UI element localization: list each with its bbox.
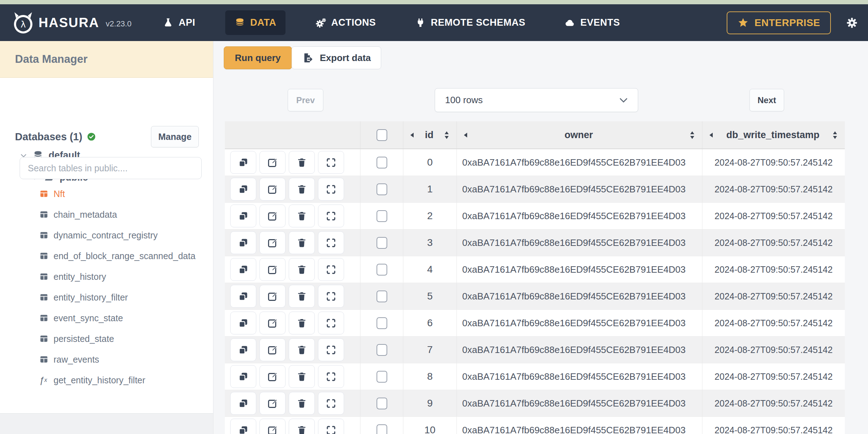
expand-row-button[interactable] <box>318 151 344 174</box>
nav-item-events[interactable]: EVENTS <box>555 10 629 35</box>
cell-id: 5 <box>403 283 456 309</box>
edit-row-button[interactable] <box>259 151 286 174</box>
sidebar-table-item[interactable]: ƒx entity_history <box>39 266 213 287</box>
freeze-column-icon[interactable] <box>709 132 713 138</box>
clone-row-button[interactable] <box>230 392 256 415</box>
edit-row-button[interactable] <box>259 338 286 361</box>
clone-row-button[interactable] <box>230 151 256 174</box>
clone-row-button[interactable] <box>230 285 256 308</box>
nav-item-remote-schemas[interactable]: REMOTE SCHEMAS <box>406 10 535 35</box>
chevron-down-icon <box>619 97 628 103</box>
row-checkbox[interactable] <box>377 424 387 434</box>
nav-item-data[interactable]: DATA <box>225 10 286 35</box>
cell-db-write-timestamp: 2024-08-27T09:50:57.245142 <box>702 310 845 336</box>
row-checkbox[interactable] <box>377 398 387 409</box>
delete-row-button[interactable] <box>289 338 315 361</box>
sidebar-table-item[interactable]: ƒx raw_events <box>39 349 213 370</box>
nav-item-api[interactable]: API <box>153 10 205 35</box>
prev-page-button[interactable]: Prev <box>288 89 323 111</box>
delete-row-button[interactable] <box>289 231 315 254</box>
row-checkbox[interactable] <box>377 237 387 249</box>
row-checkbox[interactable] <box>377 317 387 329</box>
rows-table: id owner db_write_timestamp <box>225 121 845 434</box>
freeze-column-icon[interactable] <box>410 132 414 138</box>
sidebar-table-item[interactable]: ƒx get_entity_history_filter <box>39 370 213 390</box>
clone-row-button[interactable] <box>230 231 256 254</box>
clone-row-button[interactable] <box>230 205 256 227</box>
expand-row-button[interactable] <box>318 178 344 201</box>
edit-row-button[interactable] <box>259 231 286 254</box>
delete-row-button[interactable] <box>289 285 315 308</box>
sidebar-table-item[interactable]: ƒx Nft <box>39 183 213 204</box>
table-row: 10 0xaBA7161A7fb69c88e16ED9f455CE62B791E… <box>225 417 845 434</box>
edit-row-button[interactable] <box>259 365 286 388</box>
expand-row-button[interactable] <box>318 338 344 361</box>
row-checkbox[interactable] <box>377 371 387 383</box>
enterprise-button[interactable]: ENTERPRISE <box>727 11 831 34</box>
expand-row-button[interactable] <box>318 365 344 388</box>
row-checkbox[interactable] <box>377 157 387 168</box>
column-header-owner[interactable]: owner <box>456 121 702 148</box>
rows-per-page-select[interactable]: 100 rows <box>435 88 638 112</box>
expand-row-button[interactable] <box>318 205 344 227</box>
row-checkbox[interactable] <box>377 344 387 356</box>
row-checkbox[interactable] <box>377 291 387 302</box>
cell-owner: 0xaBA7161A7fb69c88e16ED9f455CE62B791EE4D… <box>456 390 702 417</box>
search-tables-input[interactable] <box>20 157 202 179</box>
edit-row-button[interactable] <box>259 312 286 334</box>
edit-row-button[interactable] <box>259 258 286 281</box>
column-header-id[interactable]: id <box>403 121 456 148</box>
delete-row-button[interactable] <box>289 151 315 174</box>
row-checkbox[interactable] <box>377 264 387 276</box>
freeze-column-icon[interactable] <box>463 132 468 138</box>
clone-row-button[interactable] <box>230 312 256 334</box>
expand-row-button[interactable] <box>318 285 344 308</box>
next-page-button[interactable]: Next <box>750 89 784 111</box>
clone-row-button[interactable] <box>230 419 256 434</box>
sort-icon[interactable] <box>444 131 450 140</box>
row-checkbox[interactable] <box>377 210 387 222</box>
expand-row-button[interactable] <box>318 392 344 415</box>
sidebar-table-item[interactable]: ƒx dynamic_contract_registry <box>39 225 213 246</box>
row-actions-cell <box>225 310 360 336</box>
sidebar-table-item[interactable]: ƒx chain_metadata <box>39 204 213 225</box>
export-data-button[interactable]: Export data <box>292 46 381 69</box>
clone-row-button[interactable] <box>230 178 256 201</box>
edit-row-button[interactable] <box>259 178 286 201</box>
delete-row-button[interactable] <box>289 258 315 281</box>
select-all-checkbox[interactable] <box>377 129 387 141</box>
sidebar-table-item[interactable]: ƒx end_of_block_range_scanned_data <box>39 246 213 266</box>
sort-icon[interactable] <box>832 131 838 140</box>
column-label: owner <box>468 130 690 141</box>
gear-icon[interactable] <box>846 17 858 29</box>
delete-row-button[interactable] <box>289 392 315 415</box>
row-checkbox[interactable] <box>377 183 387 195</box>
brand[interactable]: λ HASURA v2.23.0 <box>12 12 131 34</box>
column-header-db-write-timestamp[interactable]: db_write_timestamp <box>702 121 845 148</box>
sidebar-table-item[interactable]: ƒx persisted_state <box>39 328 213 349</box>
expand-row-button[interactable] <box>318 312 344 334</box>
delete-row-button[interactable] <box>289 205 315 227</box>
plug-icon <box>415 17 426 28</box>
delete-row-button[interactable] <box>289 312 315 334</box>
edit-row-button[interactable] <box>259 285 286 308</box>
expand-row-button[interactable] <box>318 231 344 254</box>
sidebar-table-item[interactable]: ƒx event_sync_state <box>39 308 213 328</box>
nav-item-actions[interactable]: ACTIONS <box>306 10 385 35</box>
delete-row-button[interactable] <box>289 419 315 434</box>
edit-row-button[interactable] <box>259 205 286 227</box>
clone-row-button[interactable] <box>230 365 256 388</box>
delete-row-button[interactable] <box>289 178 315 201</box>
expand-row-button[interactable] <box>318 258 344 281</box>
edit-row-button[interactable] <box>259 419 286 434</box>
manage-button[interactable]: Manage <box>151 126 199 147</box>
table-row: 0 0xaBA7161A7fb69c88e16ED9f455CE62B791EE… <box>225 149 845 176</box>
delete-row-button[interactable] <box>289 365 315 388</box>
sidebar-table-item[interactable]: ƒx entity_history_filter <box>39 287 213 308</box>
clone-row-button[interactable] <box>230 338 256 361</box>
expand-row-button[interactable] <box>318 419 344 434</box>
clone-row-button[interactable] <box>230 258 256 281</box>
edit-row-button[interactable] <box>259 392 286 415</box>
run-query-button[interactable]: Run query <box>224 46 292 69</box>
sort-icon[interactable] <box>690 131 696 140</box>
